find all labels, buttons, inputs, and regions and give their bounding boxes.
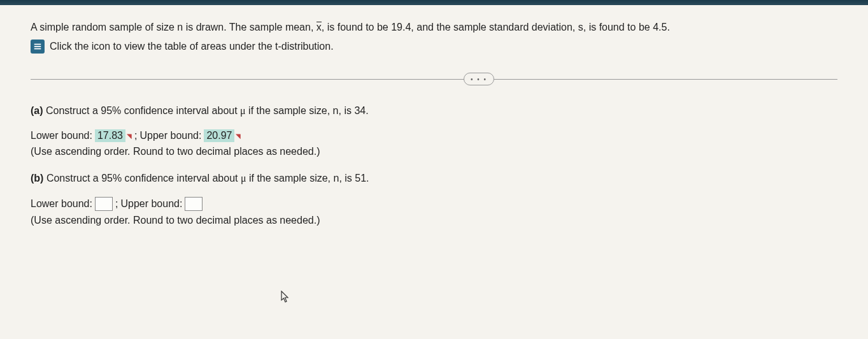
icon-line: Click the icon to view the table of area… [31,40,837,54]
upper-bound-input-b[interactable] [185,197,203,211]
icon-instruction-text: Click the icon to view the table of area… [50,41,334,52]
lower-bound-label-a: Lower bound: [31,130,92,141]
mu-symbol-b: μ [241,173,246,184]
content-area: A simple random sample of size n is draw… [0,5,868,339]
lower-bound-label-b: Lower bound: [31,198,92,210]
svg-rect-0 [34,44,41,45]
part-b: (b) Construct a 95% confidence interval … [31,173,837,226]
intro-text-1: A simple random sample of size n is draw… [31,22,317,32]
upper-bound-label-b: Upper bound: [120,198,182,210]
part-b-answer-line: Lower bound: ; Upper bound: [31,197,837,211]
part-b-question: (b) Construct a 95% confidence interval … [31,173,837,184]
more-dots: • • • [471,76,487,83]
separator-b: ; [115,198,118,210]
part-a-q-2: if the sample size, n, is 34. [246,105,369,116]
list-icon [33,42,42,51]
x-bar-symbol: x [317,20,322,34]
part-a: (a) Construct a 95% confidence interval … [31,105,837,157]
svg-rect-1 [34,47,41,48]
check-mark-icon: ◥ [127,133,132,140]
separator-a: ; [134,130,137,141]
intro-text-2: , is found to be 19.4, and the sample st… [322,22,670,32]
check-mark-icon: ◥ [236,133,241,140]
part-b-instruction: (Use ascending order. Round to two decim… [31,215,837,226]
part-a-answer-line: Lower bound: 17.83◥ ; Upper bound: 20.97… [31,129,837,142]
part-a-question: (a) Construct a 95% confidence interval … [31,105,837,117]
lower-bound-input-b[interactable] [95,197,113,211]
more-button[interactable]: • • • [464,73,494,85]
upper-bound-label-a: Upper bound: [139,130,201,141]
divider-row: • • • [31,79,837,80]
problem-statement: A simple random sample of size n is draw… [31,20,837,34]
cursor-icon [280,291,290,303]
part-b-q-1: Construct a 95% confidence interval abou… [43,173,241,184]
mu-symbol-a: μ [240,105,246,116]
part-b-label: (b) [31,173,43,184]
lower-bound-value-a: 17.83 [95,129,125,142]
part-a-label: (a) [31,105,43,116]
part-b-q-2: if the sample size, n, is 51. [246,173,369,184]
upper-bound-value-a: 20.97 [204,129,234,142]
table-icon[interactable] [31,40,45,54]
divider-line [31,79,837,80]
window-top-bar [0,0,868,5]
part-a-q-1: Construct a 95% confidence interval abou… [43,105,241,116]
svg-rect-2 [34,48,41,50]
part-a-instruction: (Use ascending order. Round to two decim… [31,146,837,157]
